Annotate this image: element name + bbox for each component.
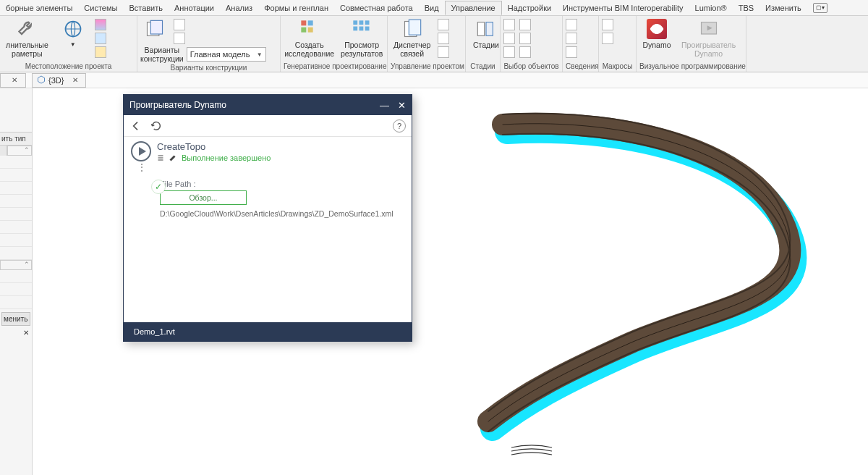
ribbon-tab-modify[interactable]: Изменить	[760, 1, 807, 14]
ribbon-tab-tbs[interactable]: TBS	[733, 1, 760, 14]
design-option-value: Главная модель	[190, 50, 250, 59]
inq-mini-2[interactable]	[566, 33, 577, 44]
link-manager-label-1: Диспетчер	[393, 41, 430, 49]
wrench-icon	[17, 19, 37, 39]
gd-results-icon	[352, 19, 372, 39]
design-options-button[interactable]	[140, 17, 169, 44]
mac-mini-1[interactable]	[602, 19, 613, 30]
svg-rect-8	[359, 20, 364, 25]
design-option-dropdown[interactable]: Главная модель ▼	[187, 47, 266, 62]
svg-rect-5	[301, 28, 306, 33]
phases-icon	[476, 19, 496, 39]
edit-type-label: ить тип	[1, 135, 26, 143]
gd-create-label-2: исследование	[284, 49, 334, 58]
mp-mini-3[interactable]	[438, 46, 449, 58]
mini-btn-1[interactable]	[95, 19, 106, 30]
apply-label: менить	[4, 315, 27, 323]
sel-mini-4[interactable]	[519, 19, 531, 30]
gd-create-label-1: Создать	[295, 41, 324, 49]
link-manager-label-2: связей	[400, 49, 424, 58]
dynamo-player-label-2: Dynamo	[694, 49, 723, 58]
gd-results-label-2: результатов	[341, 49, 383, 58]
svg-rect-19	[158, 156, 163, 156]
sel-mini-3[interactable]	[503, 46, 515, 58]
palette-close-icon[interactable]: ✕	[0, 329, 32, 337]
edit-inputs-icon[interactable]	[157, 154, 177, 162]
mp-mini-1[interactable]	[438, 19, 449, 30]
ribbon-tab-manage[interactable]: Управление	[445, 1, 502, 15]
additional-params-button[interactable]: лнительные раметры	[3, 17, 51, 59]
ribbon-tab-sbornye[interactable]: борные элементы	[0, 1, 78, 14]
ribbon-tab-lumion[interactable]: Lumion®	[689, 1, 733, 14]
do-mini-2[interactable]	[174, 33, 185, 44]
gd-create-button[interactable]: Создать исследование	[284, 17, 335, 59]
mini-btn-2[interactable]	[95, 33, 106, 44]
dynamo-player-titlebar[interactable]: Проигрыватель Dynamo — ✕	[124, 95, 412, 115]
dynamo-button[interactable]: Dynamo	[639, 17, 674, 51]
sel-mini-6[interactable]	[519, 46, 531, 58]
small-lines-icon	[510, 443, 553, 458]
link-manager-button[interactable]: Диспетчер связей	[391, 17, 433, 59]
view-tab-empty[interactable]: ✕	[0, 73, 26, 88]
ribbon-tab-insert[interactable]: Вставить	[123, 1, 169, 14]
dynamo-player-toolbar: ?	[124, 115, 412, 137]
ribbon-tab-bim-interop[interactable]: Инструменты BIM Interoperability	[557, 1, 689, 14]
play-icon	[139, 147, 146, 156]
run-script-button[interactable]	[131, 141, 151, 161]
refresh-icon[interactable]	[150, 119, 163, 133]
additional-params-label-2: раметры	[12, 49, 43, 58]
ribbon-tab-strip: борные элементы Системы Вставить Аннотац…	[0, 0, 868, 16]
browse-button[interactable]: Обзор...	[160, 190, 247, 205]
design-options-label-2: конструкции	[140, 54, 184, 63]
panel-title-manage-project: Управление проектом	[391, 62, 462, 72]
view-tab-bar: ✕ {3D} ✕	[0, 72, 868, 88]
dynamo-player-button[interactable]: Проигрыватель Dynamo	[678, 17, 739, 59]
help-icon[interactable]: ?	[393, 119, 406, 133]
ribbon-overflow-icon[interactable]: ▢▾	[813, 3, 827, 13]
dynamo-player-body: CreateTopo Выполнение завершено ⋮ ✓ File…	[124, 137, 412, 322]
gd-results-button[interactable]: Просмотр результатов	[339, 17, 384, 59]
ribbon-tab-annotations[interactable]: Аннотации	[169, 1, 220, 14]
panel-title-inquiry: Сведения	[566, 62, 595, 72]
view-tab-3d[interactable]: {3D} ✕	[32, 73, 86, 88]
close-icon[interactable]: ✕	[72, 76, 78, 84]
ribbon-tab-addins[interactable]: Надстройки	[502, 1, 557, 14]
ribbon-tab-analysis[interactable]: Анализ	[220, 1, 258, 14]
globe-icon	[63, 19, 83, 39]
apply-button[interactable]: менить	[1, 312, 30, 326]
panel-title-location: Местоположение проекта	[3, 62, 134, 72]
additional-params-label-1: лнительные	[6, 41, 48, 49]
ribbon-tab-collab[interactable]: Совместная работа	[334, 1, 419, 14]
location-dropdown-arrow: ▼	[70, 41, 76, 49]
ribbon-tab-massing[interactable]: Формы и генплан	[258, 1, 334, 14]
ribbon-panel-row: лнительные раметры ▼ Местоположение прое…	[0, 16, 868, 72]
close-icon[interactable]: ✕	[12, 76, 17, 84]
edit-type-row[interactable]: ить тип	[0, 132, 32, 146]
mini-btn-3[interactable]	[95, 46, 106, 58]
sel-mini-2[interactable]	[503, 33, 515, 44]
gd-results-label-1: Просмотр	[344, 41, 379, 49]
link-manager-icon	[402, 19, 422, 39]
sel-mini-5[interactable]	[519, 33, 531, 44]
panel-title-phases: Стадии	[469, 62, 497, 72]
do-mini-1[interactable]	[174, 19, 185, 30]
mp-mini-2[interactable]	[438, 33, 449, 44]
back-icon[interactable]	[129, 119, 142, 133]
view-tab-3d-label: {3D}	[48, 76, 64, 85]
svg-rect-3	[301, 20, 306, 25]
close-icon[interactable]: ✕	[398, 100, 406, 111]
mac-mini-2[interactable]	[602, 33, 613, 44]
ribbon-tab-systems[interactable]: Системы	[78, 1, 123, 14]
sel-mini-1[interactable]	[503, 19, 515, 30]
minimize-icon[interactable]: —	[380, 100, 389, 111]
svg-rect-14	[409, 20, 420, 35]
inq-mini-1[interactable]	[566, 19, 577, 30]
phases-button[interactable]: Стадии	[469, 17, 503, 51]
svg-rect-16	[486, 22, 493, 36]
more-icon[interactable]: ⋮	[131, 162, 404, 171]
file-path-value: D:\GoogleCloud\Work\DsenArticles\Drawing…	[160, 209, 404, 218]
location-button[interactable]: ▼	[56, 17, 90, 51]
svg-rect-12	[365, 27, 370, 31]
inq-mini-3[interactable]	[566, 46, 577, 58]
ribbon-tab-view[interactable]: Вид	[419, 1, 445, 14]
